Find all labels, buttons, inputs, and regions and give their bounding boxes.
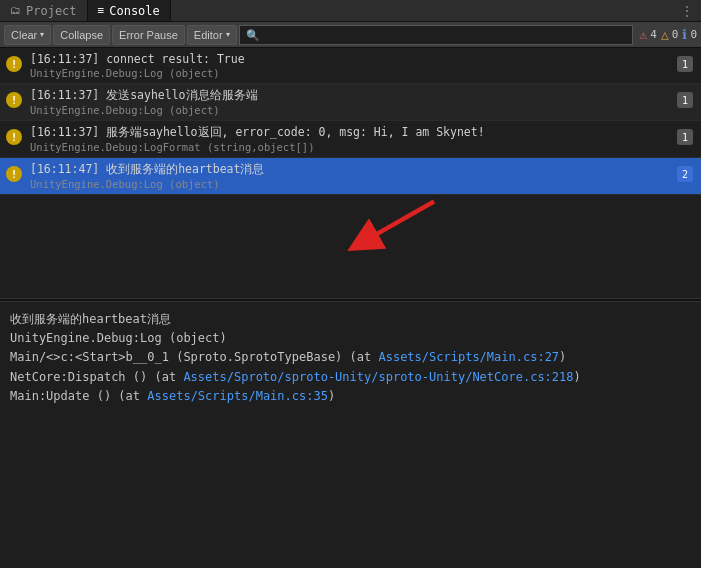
log-sub-3: UnityEngine.Debug:LogFormat (string,obje…	[30, 141, 673, 153]
log-count-1: 1	[677, 48, 701, 83]
count-badge-2: 1	[677, 92, 693, 108]
detail-line5-prefix: Main:Update () (at	[10, 389, 147, 403]
detail-line-4: NetCore:Dispatch () (at Assets/Sproto/sp…	[10, 368, 691, 387]
log-item-4[interactable]: ! [16:11:47] 收到服务端的heartbeat消息 UnityEngi…	[0, 158, 701, 195]
error-count: 4	[650, 28, 657, 41]
collapse-label: Collapse	[60, 29, 103, 41]
tab-bar: 🗂 Project ≡ Console ⋮	[0, 0, 701, 22]
log-count-3: 1	[677, 121, 701, 157]
log-icon-col-3: !	[0, 121, 28, 157]
editor-button[interactable]: Editor ▾	[187, 25, 237, 45]
error-pause-label: Error Pause	[119, 29, 178, 41]
toolbar: Clear ▾ Collapse Error Pause Editor ▾ ⚠ …	[0, 22, 701, 48]
warn-circle-icon-2: !	[6, 92, 22, 108]
warn-circle-icon-1: !	[6, 56, 22, 72]
detail-line4-suffix: )	[574, 370, 581, 384]
log-area[interactable]: ! [16:11:37] connect result: True UnityE…	[0, 48, 701, 298]
editor-label: Editor	[194, 29, 223, 41]
error-icon: ⚠	[639, 27, 647, 42]
clear-arrow-icon: ▾	[40, 30, 44, 39]
detail-link-5[interactable]: Assets/Scripts/Main.cs:35	[147, 389, 328, 403]
log-content-3: [16:11:37] 服务端sayhello返回, error_code: 0,…	[28, 121, 677, 157]
detail-line-2: UnityEngine.Debug:Log (object)	[10, 329, 691, 348]
info-icon: ℹ	[682, 27, 687, 42]
collapse-button[interactable]: Collapse	[53, 25, 110, 45]
log-sub-4: UnityEngine.Debug:Log (object)	[30, 178, 673, 190]
tab-project-label: Project	[26, 4, 77, 18]
project-icon: 🗂	[10, 4, 21, 17]
clear-button[interactable]: Clear ▾	[4, 25, 51, 45]
log-content-2: [16:11:37] 发送sayhello消息给服务端 UnityEngine.…	[28, 84, 677, 120]
editor-arrow-icon: ▾	[226, 30, 230, 39]
detail-line-3: Main/<>c:<Start>b__0_1 (Sproto.SprotoTyp…	[10, 348, 691, 367]
log-item-2[interactable]: ! [16:11:37] 发送sayhello消息给服务端 UnityEngin…	[0, 84, 701, 121]
log-content-1: [16:11:37] connect result: True UnityEng…	[28, 48, 677, 83]
error-badge[interactable]: ⚠ 4	[639, 27, 656, 42]
log-main-4: [16:11:47] 收到服务端的heartbeat消息	[30, 162, 673, 177]
warn-circle-icon-4: !	[6, 166, 22, 182]
clear-label: Clear	[11, 29, 37, 41]
warn-count: 0	[672, 28, 679, 41]
log-icon-col-1: !	[0, 48, 28, 83]
detail-line5-suffix: )	[328, 389, 335, 403]
detail-line-5: Main:Update () (at Assets/Scripts/Main.c…	[10, 387, 691, 406]
badge-group: ⚠ 4 △ 0 ℹ 0	[639, 27, 697, 42]
log-count-4: 2	[677, 158, 701, 194]
svg-line-1	[363, 202, 435, 243]
warn-badge[interactable]: △ 0	[661, 27, 678, 42]
search-input[interactable]	[239, 25, 634, 45]
detail-link-4[interactable]: Assets/Sproto/sproto-Unity/sproto-Unity/…	[183, 370, 573, 384]
log-item-3[interactable]: ! [16:11:37] 服务端sayhello返回, error_code: …	[0, 121, 701, 158]
log-main-1: [16:11:37] connect result: True	[30, 52, 673, 66]
log-sub-2: UnityEngine.Debug:Log (object)	[30, 104, 673, 116]
tab-project[interactable]: 🗂 Project	[0, 0, 88, 21]
count-badge-1: 1	[677, 56, 693, 72]
count-badge-4: 2	[677, 166, 693, 182]
info-count: 0	[690, 28, 697, 41]
log-content-4: [16:11:47] 收到服务端的heartbeat消息 UnityEngine…	[28, 158, 677, 194]
log-item-1[interactable]: ! [16:11:37] connect result: True UnityE…	[0, 48, 701, 84]
tab-spacer	[171, 0, 673, 21]
detail-line4-prefix: NetCore:Dispatch () (at	[10, 370, 183, 384]
tab-menu-button[interactable]: ⋮	[673, 0, 701, 21]
log-icon-col-4: !	[0, 158, 28, 194]
detail-link-3[interactable]: Assets/Scripts/Main.cs:27	[378, 350, 559, 364]
log-icon-col-2: !	[0, 84, 28, 120]
console-icon: ≡	[98, 4, 105, 17]
detail-area: 收到服务端的heartbeat消息 UnityEngine.Debug:Log …	[0, 302, 701, 568]
log-main-3: [16:11:37] 服务端sayhello返回, error_code: 0,…	[30, 125, 673, 140]
warn-icon: △	[661, 27, 669, 42]
tab-console-label: Console	[109, 4, 160, 18]
warn-circle-icon-3: !	[6, 129, 22, 145]
red-arrow-overlay	[340, 196, 440, 251]
tab-console[interactable]: ≡ Console	[88, 0, 171, 21]
detail-line-1: 收到服务端的heartbeat消息	[10, 310, 691, 329]
count-badge-3: 1	[677, 129, 693, 145]
info-badge[interactable]: ℹ 0	[682, 27, 697, 42]
error-pause-button[interactable]: Error Pause	[112, 25, 185, 45]
log-main-2: [16:11:37] 发送sayhello消息给服务端	[30, 88, 673, 103]
detail-line3-prefix: Main/<>c:<Start>b__0_1 (Sproto.SprotoTyp…	[10, 350, 378, 364]
detail-line3-suffix: )	[559, 350, 566, 364]
log-sub-1: UnityEngine.Debug:Log (object)	[30, 67, 673, 79]
log-count-2: 1	[677, 84, 701, 120]
